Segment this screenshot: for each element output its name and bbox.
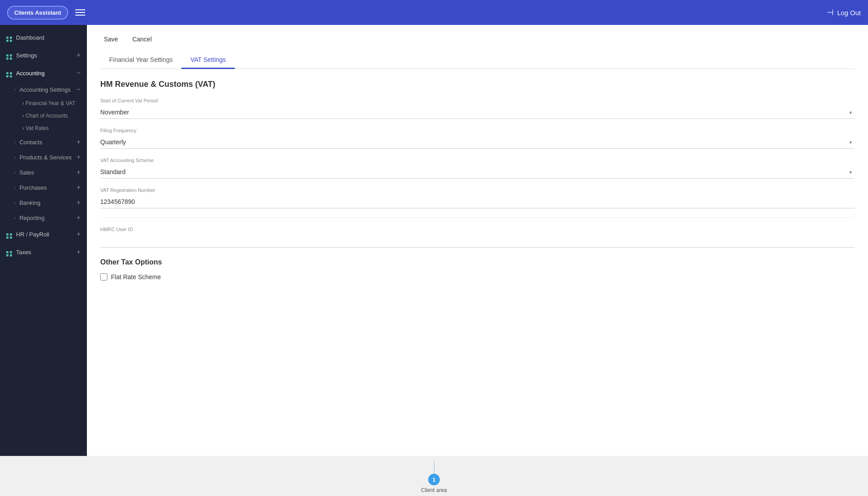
sales-chevron: › [14, 170, 16, 175]
sidebar-label-banking: Banking [20, 199, 41, 206]
dashboard-icon [6, 33, 12, 42]
sidebar-subsubitem-vat-rates[interactable]: › Vat Rates [0, 122, 87, 134]
start-of-vat-period-group: Start of Current Vat Period November Jan… [100, 98, 855, 119]
vat-rates-chevron: › [22, 125, 24, 131]
logout-label: Log Out [837, 9, 861, 16]
vat-section-title: HM Revenue & Customs (VAT) [100, 80, 855, 89]
settings-expand-icon: + [77, 51, 81, 59]
sidebar-subitem-contacts[interactable]: › Contacts + [0, 134, 87, 150]
products-services-plus-icon: + [77, 153, 81, 161]
flat-rate-scheme-label[interactable]: Flat Rate Scheme [111, 273, 161, 281]
accounting-collapse-icon: − [77, 69, 81, 77]
sidebar-label-accounting: Accounting [16, 70, 45, 77]
sidebar-label-accounting-settings: Accounting Settings [20, 86, 71, 93]
sidebar-label-chart-of-accounts: Chart of Accounts [25, 113, 68, 119]
taxes-icon [6, 248, 12, 256]
sidebar-item-settings[interactable]: Settings + [0, 46, 87, 64]
sidebar-subitem-sales[interactable]: › Sales + [0, 165, 87, 180]
toolbar: Save Cancel [100, 34, 855, 45]
contacts-plus-icon: + [77, 138, 81, 146]
financial-year-chevron: › [22, 100, 24, 106]
vat-form: HM Revenue & Customs (VAT) Start of Curr… [100, 80, 855, 281]
accounting-icon [6, 69, 12, 77]
sidebar-subitem-products-services[interactable]: › Products & Services + [0, 150, 87, 165]
sidebar-item-hr-payroll[interactable]: HR / PayRoll + [0, 225, 87, 243]
main-content: Save Cancel Financial Year Settings VAT … [87, 25, 868, 456]
reporting-plus-icon: + [77, 214, 81, 222]
sidebar-item-accounting[interactable]: Accounting − [0, 64, 87, 82]
vat-registration-number-group: VAT Registration Number [100, 187, 855, 208]
sidebar-subsubitem-financial-year-vat[interactable]: › Financial Year & VAT [0, 97, 87, 110]
purchases-plus-icon: + [77, 183, 81, 191]
sidebar-item-taxes[interactable]: Taxes + [0, 243, 87, 261]
hamburger-button[interactable] [74, 8, 87, 17]
filing-frequency-group: Filing Frequency Quarterly MonthlyAnnual… [100, 128, 855, 149]
sidebar-label-financial-year-vat: Financial Year & VAT [25, 100, 75, 106]
sidebar-item-dashboard[interactable]: Dashboard [0, 28, 87, 46]
sidebar-subitem-banking[interactable]: › Banking + [0, 195, 87, 210]
chart-of-accounts-chevron: › [22, 113, 24, 119]
logout-button[interactable]: ⊣ Log Out [827, 8, 861, 17]
sidebar-subitem-accounting-settings[interactable]: › Accounting Settings − [0, 82, 87, 97]
other-tax-options-title: Other Tax Options [100, 258, 855, 266]
contacts-chevron: › [14, 139, 16, 145]
tab-financial-year[interactable]: Financial Year Settings [100, 52, 181, 69]
sidebar-label-vat-rates: Vat Rates [25, 125, 49, 131]
settings-icon [6, 51, 12, 60]
hr-payroll-icon [6, 230, 12, 239]
top-nav-left: Clients Assistant [7, 6, 87, 20]
top-nav: Clients Assistant ⊣ Log Out [0, 0, 868, 25]
flat-rate-scheme-checkbox[interactable] [100, 273, 107, 281]
sales-plus-icon: + [77, 168, 81, 176]
hmrc-user-id-label: HMRC User ID [100, 227, 855, 232]
sidebar-label-sales: Sales [20, 169, 34, 176]
sidebar: Dashboard Settings + Accounting − [0, 25, 87, 456]
bottom-label: Client area [421, 487, 447, 493]
taxes-plus-icon: + [77, 248, 81, 256]
sidebar-subitem-reporting[interactable]: › Reporting + [0, 210, 87, 225]
sidebar-subsubitem-chart-of-accounts[interactable]: › Chart of Accounts [0, 110, 87, 122]
cancel-button[interactable]: Cancel [129, 34, 156, 45]
main-layout: Dashboard Settings + Accounting − [0, 25, 868, 456]
bottom-badge: 1 [428, 474, 440, 485]
bottom-area: 1 Client area [0, 456, 868, 496]
banking-plus-icon: + [77, 199, 81, 207]
vat-accounting-scheme-label: VAT Accounting Scheme [100, 158, 855, 163]
vat-registration-number-input[interactable] [100, 195, 855, 208]
bottom-line [434, 460, 434, 474]
products-services-chevron: › [14, 154, 16, 160]
filing-frequency-label: Filing Frequency [100, 128, 855, 133]
save-button[interactable]: Save [100, 34, 122, 45]
sidebar-label-contacts: Contacts [20, 139, 42, 146]
sidebar-label-purchases: Purchases [20, 184, 47, 191]
sidebar-label-products-services: Products & Services [20, 154, 72, 161]
vat-registration-number-label: VAT Registration Number [100, 187, 855, 193]
hmrc-user-id-group: HMRC User ID [100, 227, 855, 248]
accounting-settings-minus-icon: − [77, 85, 81, 94]
vat-accounting-scheme-group: VAT Accounting Scheme Standard Cash Acco… [100, 158, 855, 179]
flat-rate-scheme-group: Flat Rate Scheme [100, 273, 855, 281]
app-logo: Clients Assistant [7, 6, 68, 20]
sidebar-label-dashboard: Dashboard [16, 34, 45, 41]
accounting-settings-chevron: › [14, 87, 16, 92]
sidebar-label-reporting: Reporting [20, 215, 45, 221]
logout-icon: ⊣ [827, 8, 834, 17]
filing-frequency-select[interactable]: Quarterly MonthlyAnnually [100, 136, 855, 149]
start-of-vat-period-select-wrapper: November JanuaryFebruaryMarch AprilMayJu… [100, 106, 855, 119]
tab-vat-settings[interactable]: VAT Settings [181, 52, 234, 69]
vat-accounting-scheme-select[interactable]: Standard Cash AccountingAnnual Accountin… [100, 166, 855, 179]
section-divider-1 [100, 217, 855, 218]
sidebar-label-hr-payroll: HR / PayRoll [16, 231, 49, 238]
hmrc-user-id-input[interactable] [100, 235, 855, 248]
hr-payroll-plus-icon: + [77, 230, 81, 238]
start-of-vat-period-label: Start of Current Vat Period [100, 98, 855, 103]
sidebar-subitem-purchases[interactable]: › Purchases + [0, 180, 87, 195]
reporting-chevron: › [14, 215, 16, 220]
tabs: Financial Year Settings VAT Settings [100, 52, 855, 69]
vat-accounting-scheme-select-wrapper: Standard Cash AccountingAnnual Accountin… [100, 166, 855, 179]
purchases-chevron: › [14, 185, 16, 190]
sidebar-label-taxes: Taxes [16, 249, 31, 256]
filing-frequency-select-wrapper: Quarterly MonthlyAnnually [100, 136, 855, 149]
sidebar-label-settings: Settings [16, 52, 37, 59]
start-of-vat-period-select[interactable]: November JanuaryFebruaryMarch AprilMayJu… [100, 106, 855, 119]
